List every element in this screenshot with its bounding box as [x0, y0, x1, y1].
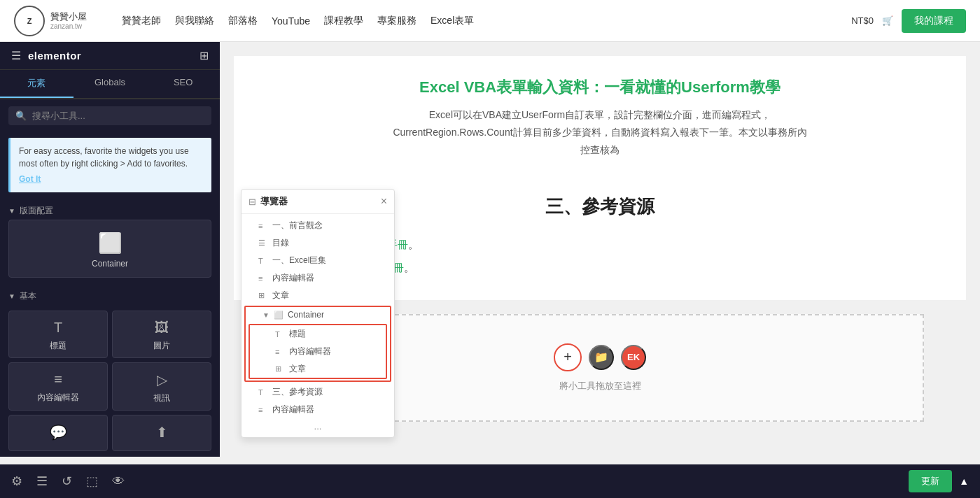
- sidebar-search-area: 🔍: [0, 99, 220, 132]
- layers-icon[interactable]: ☰: [36, 474, 48, 489]
- tab-globals[interactable]: Globals: [74, 70, 147, 98]
- nav-link-blog[interactable]: 部落格: [228, 15, 258, 27]
- my-courses-button[interactable]: 我的課程: [902, 9, 966, 33]
- settings-icon[interactable]: ⚙: [11, 474, 22, 489]
- nav-grid-icon: ⊞: [258, 291, 268, 300]
- bottom-bar: ⚙ ☰ ↺ ⬚ 👁 更新 ▲: [0, 464, 980, 498]
- nav-item-editor2[interactable]: ≡ 內容編輯器: [250, 343, 386, 360]
- nav-container-icon: ⬜: [274, 311, 284, 320]
- heading-icon: T: [54, 320, 62, 336]
- logo-text: 贊贊小屋: [50, 11, 87, 23]
- bottom-bar-right: 更新 ▲: [909, 470, 969, 492]
- got-it-link[interactable]: Got It: [19, 173, 203, 185]
- nav-link-youtube[interactable]: YouTube: [272, 15, 310, 27]
- widget-heading-label: 標題: [50, 340, 66, 352]
- logo-sub: zanzan.tw: [50, 22, 87, 30]
- video-icon: ▷: [157, 371, 167, 388]
- tab-seo[interactable]: SEO: [146, 70, 220, 98]
- nav-editor3-icon: ≡: [258, 406, 268, 414]
- nav-link-service[interactable]: 專案服務: [377, 15, 416, 27]
- preview-icon[interactable]: 👁: [112, 474, 125, 489]
- tab-elements[interactable]: 元素: [0, 70, 74, 98]
- widget-container[interactable]: ⬜ Container: [8, 220, 211, 278]
- sidebar-tabs: 元素 Globals SEO: [0, 70, 220, 99]
- drop-hint: 將小工具拖放至這裡: [559, 380, 641, 392]
- nav-item-editor1[interactable]: ≡ 內容編輯器: [241, 269, 394, 287]
- top-navigation: Z 贊贊小屋 zanzan.tw 贊贊老師 與我聯絡 部落格 YouTube 課…: [0, 0, 980, 42]
- nav-ref-icon: T: [258, 388, 268, 397]
- update-button[interactable]: 更新: [909, 470, 952, 492]
- widget-extra-1[interactable]: 💬: [8, 415, 108, 451]
- nav-item-intro[interactable]: ≡ 一、前言觀念: [241, 217, 394, 234]
- grid-icon[interactable]: ⊞: [200, 49, 209, 62]
- widget-image[interactable]: 🖼 圖片: [112, 311, 211, 358]
- nav-heading2-icon: T: [275, 330, 285, 339]
- basic-widgets-grid: T 標題 🖼 圖片 ≡ 內容編輯器 ▷ 視訊 💬: [0, 305, 220, 457]
- widget-editor-label: 內容編輯器: [37, 392, 79, 404]
- layout-arrow-icon: ▼: [8, 207, 15, 215]
- nav-links: 贊贊老師 與我聯絡 部落格 YouTube 課程教學 專案服務 Excel表單: [122, 15, 830, 27]
- navigator-body: ≡ 一、前言觀念 ☰ 目錄 T 一、Excel巨集 ≡ 內容編輯器 ⊞ 文章: [241, 214, 394, 437]
- nav-expand-icon: ▼: [262, 311, 270, 319]
- nav-item-heading[interactable]: T 標題: [250, 325, 386, 343]
- chevron-up-icon[interactable]: ▲: [959, 476, 969, 487]
- sidebar-wrapper: ☰ elementor ⊞ 元素 Globals SEO 🔍: [0, 42, 220, 464]
- drop-zone-buttons: + 📁 EK: [554, 343, 646, 371]
- nav-item-ref[interactable]: T 三、參考資源: [241, 383, 394, 401]
- nav-link-teacher[interactable]: 贊贊老師: [122, 15, 161, 27]
- nav-item-container[interactable]: ▼ ⬜ Container: [246, 307, 390, 322]
- main-layout: ☰ elementor ⊞ 元素 Globals SEO 🔍: [0, 42, 980, 464]
- navigator-close-button[interactable]: ×: [381, 195, 387, 208]
- extra2-icon: ⬆: [156, 424, 168, 441]
- widget-heading[interactable]: T 標題: [8, 311, 108, 358]
- container-icon: ⬜: [98, 232, 122, 255]
- basic-section-title[interactable]: ▼ 基本: [8, 290, 211, 302]
- editor-icon: ≡: [54, 371, 62, 387]
- nav-link-course[interactable]: 課程教學: [324, 15, 363, 27]
- add-widget-button[interactable]: +: [554, 343, 582, 371]
- widget-extra-2[interactable]: ⬆: [112, 415, 211, 451]
- nav-link-excel[interactable]: Excel表單: [430, 15, 474, 27]
- image-icon: 🖼: [155, 320, 169, 336]
- nav-item-article1[interactable]: ⊞ 文章: [241, 287, 394, 304]
- widget-video[interactable]: ▷ 視訊: [112, 362, 211, 411]
- search-input[interactable]: [32, 111, 204, 121]
- cart-icon[interactable]: 🛒: [882, 15, 893, 26]
- nav-cart-amount: NT$0: [851, 15, 874, 26]
- history-icon[interactable]: ↺: [62, 474, 72, 489]
- folder-button[interactable]: 📁: [589, 345, 614, 370]
- responsive-icon[interactable]: ⬚: [86, 474, 98, 489]
- layout-widgets: ⬜ Container: [0, 220, 220, 283]
- navigator-collapse-button[interactable]: ⊟: [248, 197, 256, 207]
- nav-container-group: ▼ ⬜ Container T 標題 ≡ 內容編輯器: [244, 306, 391, 382]
- bottom-bar-left: ⚙ ☰ ↺ ⬚ 👁: [11, 474, 125, 489]
- nav-item-editor3[interactable]: ≡ 內容編輯器: [241, 401, 394, 418]
- nav-editor-icon: ≡: [258, 274, 268, 283]
- sidebar-tip: For easy access, favorite the widgets yo…: [8, 138, 211, 192]
- nav-container-children: T 標題 ≡ 內容編輯器 ⊞ 文章: [248, 324, 387, 379]
- widget-image-label: 圖片: [153, 340, 170, 352]
- navigator-panel: ⊟ 導覽器 × ≡ 一、前言觀念 ☰ 目錄 T 一、Excel巨集: [241, 189, 395, 438]
- nav-heading-icon: T: [258, 257, 268, 265]
- blog-excerpt: Excel可以在VBA建立UserForm自訂表單，設計完整欄位介面，進而編寫程…: [390, 106, 810, 159]
- extra1-icon: 💬: [50, 424, 67, 441]
- ek-button[interactable]: EK: [621, 345, 646, 370]
- nav-text-icon: ≡: [258, 222, 268, 230]
- widget-editor[interactable]: ≡ 內容編輯器: [8, 362, 108, 411]
- hamburger-icon[interactable]: ☰: [11, 49, 21, 62]
- nav-editor2-icon: ≡: [275, 348, 285, 356]
- sidebar-brand-title: elementor: [28, 50, 81, 62]
- search-icon: 🔍: [15, 111, 27, 121]
- layout-section-title[interactable]: ▼ 版面配置: [8, 205, 211, 217]
- nav-item-excel-macro[interactable]: T 一、Excel巨集: [241, 252, 394, 269]
- nav-item-article2[interactable]: ⊞ 文章: [250, 360, 386, 378]
- navigator-more: ...: [241, 418, 394, 434]
- widget-video-label: 視訊: [153, 392, 170, 404]
- nav-item-toc[interactable]: ☰ 目錄: [241, 234, 394, 252]
- nav-grid2-icon: ⊞: [275, 364, 285, 374]
- blog-title: Excel VBA表單輸入資料：一看就懂的Userform教學: [262, 77, 938, 98]
- sidebar-section-layout: ▼ 版面配置: [0, 198, 220, 220]
- nav-link-contact[interactable]: 與我聯絡: [175, 15, 214, 27]
- basic-arrow-icon: ▼: [8, 292, 15, 300]
- sidebar: ☰ elementor ⊞ 元素 Globals SEO 🔍: [0, 42, 220, 457]
